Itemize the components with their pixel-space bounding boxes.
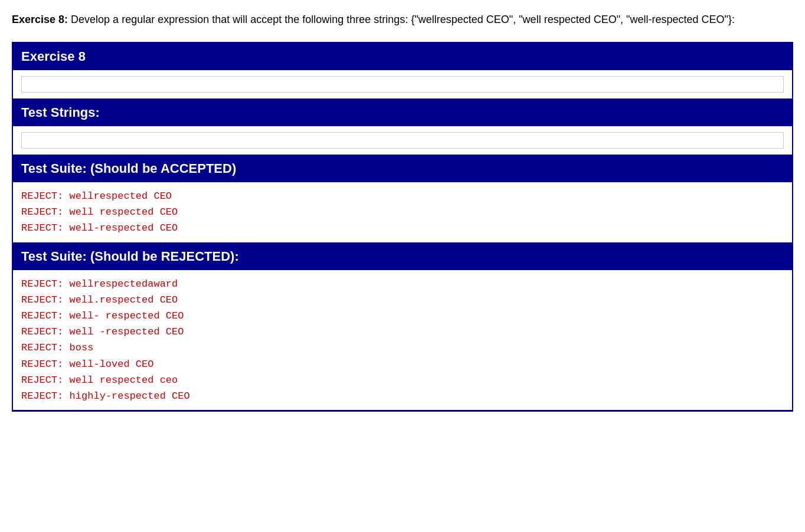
exercise-title-text: Exercise 8 <box>21 49 86 64</box>
accepted-result-line: REJECT: well respected CEO <box>21 204 784 220</box>
rejected-result-line: REJECT: well- respected CEO <box>21 308 784 324</box>
reject-label: REJECT: <box>21 390 63 402</box>
reject-label: REJECT: <box>21 375 63 386</box>
test-strings-label: Test Strings: <box>21 105 100 120</box>
test-value: boss <box>63 342 93 353</box>
test-strings-input-row <box>13 126 792 155</box>
test-value: well- respected CEO <box>63 310 184 321</box>
test-value: wellrespected CEO <box>63 191 172 202</box>
test-value: well respected CEO <box>63 206 178 218</box>
rejected-result-line: REJECT: boss <box>21 340 784 356</box>
reject-label: REJECT: <box>21 342 63 353</box>
reject-label: REJECT: <box>21 359 63 370</box>
exercise-label: Exercise 8: <box>12 14 68 25</box>
reject-label: REJECT: <box>21 222 63 234</box>
exercise-title-header: Exercise 8 <box>13 43 792 70</box>
test-value: well respected ceo <box>63 375 178 386</box>
rejected-result-line: REJECT: well-loved CEO <box>21 356 784 372</box>
reject-label: REJECT: <box>21 326 63 337</box>
intro-description: Develop a regular expression that will a… <box>68 14 735 25</box>
reject-label: REJECT: <box>21 294 63 306</box>
rejected-section-header: Test Suite: (Should be REJECTED): <box>13 243 792 270</box>
reject-label: REJECT: <box>21 278 63 290</box>
test-value: well-respected CEO <box>63 222 178 234</box>
test-value: highly-respected CEO <box>63 390 189 402</box>
rejected-results-area: REJECT: wellrespectedawardREJECT: well.r… <box>13 270 792 411</box>
accepted-result-line: REJECT: well-respected CEO <box>21 220 784 236</box>
accepted-result-line: REJECT: wellrespected CEO <box>21 188 784 204</box>
rejected-result-line: REJECT: well -respected CEO <box>21 324 784 340</box>
regex-input[interactable] <box>21 76 784 93</box>
reject-label: REJECT: <box>21 206 63 218</box>
intro-paragraph: Exercise 8: Develop a regular expression… <box>12 12 793 28</box>
test-value: well-loved CEO <box>63 359 153 370</box>
test-strings-input[interactable] <box>21 132 784 149</box>
rejected-result-line: REJECT: highly-respected CEO <box>21 388 784 404</box>
test-value: wellrespectedaward <box>63 278 178 290</box>
regex-input-row <box>13 70 792 99</box>
exercise-container: Exercise 8 Test Strings: Test Suite: (Sh… <box>12 42 793 412</box>
reject-label: REJECT: <box>21 310 63 321</box>
accepted-section-header: Test Suite: (Should be ACCEPTED) <box>13 155 792 182</box>
test-value: well -respected CEO <box>63 326 184 337</box>
rejected-section-label: Test Suite: (Should be REJECTED): <box>21 249 239 264</box>
test-value: well.respected CEO <box>63 294 178 306</box>
rejected-result-line: REJECT: wellrespectedaward <box>21 276 784 292</box>
rejected-result-line: REJECT: well.respected CEO <box>21 292 784 308</box>
accepted-results-area: REJECT: wellrespected CEOREJECT: well re… <box>13 182 792 243</box>
reject-label: REJECT: <box>21 191 63 202</box>
accepted-section-label: Test Suite: (Should be ACCEPTED) <box>21 161 236 176</box>
test-strings-header: Test Strings: <box>13 99 792 126</box>
rejected-result-line: REJECT: well respected ceo <box>21 372 784 388</box>
